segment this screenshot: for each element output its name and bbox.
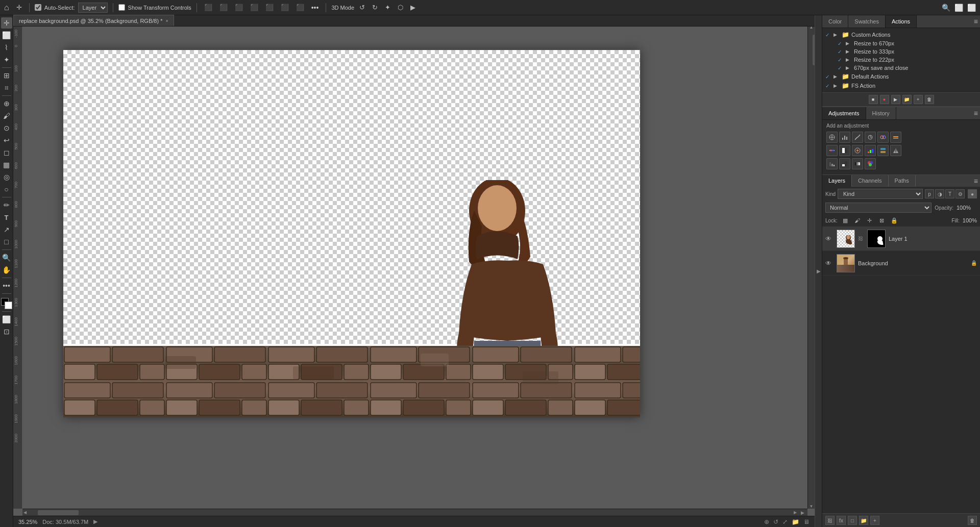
layer-visibility-1[interactable]: 👁 (825, 235, 834, 242)
layer-visibility-bg[interactable]: 👁 (825, 260, 834, 267)
filter-type-btn[interactable]: T (945, 189, 954, 198)
scroll-thumb-v[interactable] (813, 35, 815, 65)
align-top-icon[interactable]: ⬛ (248, 3, 260, 12)
auto-select-checkbox[interactable] (35, 4, 41, 11)
selective-color-btn[interactable] (865, 158, 876, 169)
lock-transparent-btn[interactable]: ▦ (841, 216, 850, 225)
play-btn[interactable]: ▶ (891, 95, 900, 104)
show-transform-checkbox[interactable] (118, 4, 125, 11)
brush-tool[interactable]: 🖌 (1, 110, 12, 121)
gradient-map-btn[interactable] (852, 158, 863, 169)
status-icon4[interactable]: 📁 (792, 518, 799, 525)
select-tool[interactable]: ⬜ (1, 30, 12, 41)
right-collapse-btn[interactable]: ▶ (815, 15, 822, 527)
delete-btn[interactable]: 🗑 (925, 95, 934, 104)
tab-actions[interactable]: Actions (886, 15, 917, 28)
heal-tool[interactable]: ⊕ (1, 98, 12, 109)
filter-adj-btn[interactable]: ◑ (935, 189, 944, 198)
more-tools-icon[interactable]: ••• (1, 280, 12, 291)
lock-image-btn[interactable]: 🖌 (853, 216, 862, 225)
action-row-fs[interactable]: ✓ ▶ 📁 FS Action (822, 81, 980, 90)
path-select-tool[interactable]: ↗ (1, 224, 12, 235)
fill-value[interactable]: 100% (963, 217, 977, 223)
vibrance-btn[interactable] (877, 132, 889, 143)
scroll-right-btn[interactable]: ▶ (793, 510, 798, 515)
tab-paths[interactable]: Paths (889, 175, 916, 187)
tab-channels[interactable]: Channels (852, 175, 888, 187)
quick-mask-icon[interactable]: ⬜ (1, 314, 12, 325)
scroll-left-btn[interactable]: ◀ (22, 510, 28, 515)
threshold-btn[interactable] (839, 158, 850, 169)
arrange-icon[interactable]: ⬜ (954, 4, 963, 12)
history-tool[interactable]: ↩ (1, 135, 12, 146)
gradient-tool[interactable]: ▦ (1, 159, 12, 170)
distribute-icon[interactable]: ⬛ (294, 3, 306, 12)
doc-tab-close[interactable]: × (165, 18, 168, 23)
screen-mode-icon[interactable]: ⊡ (1, 326, 12, 337)
align-left-icon[interactable]: ⬛ (202, 3, 214, 12)
color-balance-btn[interactable] (826, 145, 838, 156)
hsl-btn[interactable] (890, 132, 901, 143)
tab-adjustments[interactable]: Adjustments (822, 107, 866, 119)
levels-btn[interactable] (839, 132, 850, 143)
record-btn[interactable]: ● (880, 95, 889, 104)
status-icon2[interactable]: ↺ (773, 518, 778, 525)
stop-btn[interactable]: ■ (869, 95, 878, 104)
blend-mode-select[interactable]: Normal (825, 203, 932, 213)
status-arrow[interactable]: ▶ (93, 518, 97, 525)
eyedropper-tool[interactable]: ⌗ (1, 82, 12, 93)
lock-all-btn[interactable]: 🔒 (890, 216, 899, 225)
tab-history[interactable]: History (866, 107, 896, 119)
action-row-670[interactable]: ✓ ▶ Resize to 670px (822, 39, 980, 47)
vertical-scrollbar[interactable]: ▲ ▼ (807, 24, 815, 509)
layers-options-icon[interactable]: ≡ (974, 177, 978, 185)
status-icon1[interactable]: ⊕ (764, 518, 769, 525)
filter-smart-btn[interactable]: ⚙ (955, 189, 965, 198)
tab-swatches[interactable]: Swatches (848, 15, 886, 28)
move-tool-icon[interactable]: ✛ (14, 3, 24, 12)
delete-layer-btn[interactable]: 🗑 (968, 516, 977, 525)
lasso-tool[interactable]: ⌇ (1, 42, 12, 53)
photo-filter-btn[interactable] (852, 145, 863, 156)
layer-item-background[interactable]: 👁 Background 🔒 (822, 251, 980, 275)
align-center-icon[interactable]: ⬛ (217, 3, 230, 12)
create-action-btn[interactable]: + (914, 95, 923, 104)
layer-item-1[interactable]: 👁 ⛓ (822, 227, 980, 251)
layer-kind-select[interactable]: Kind (838, 189, 923, 199)
lock-position-btn[interactable]: ✛ (865, 216, 874, 225)
color-swatches[interactable] (1, 298, 12, 309)
blur-tool[interactable]: ◎ (1, 171, 12, 183)
panel-options-icon[interactable]: ≡ (974, 17, 978, 26)
posterize-btn[interactable] (826, 158, 838, 169)
add-mask-btn[interactable]: □ (848, 516, 857, 525)
canvas-arrow[interactable]: ▶ (798, 510, 807, 515)
exposure-btn[interactable] (865, 132, 876, 143)
scroll-down-btn[interactable]: ▼ (809, 504, 814, 509)
more-options[interactable]: ••• (309, 4, 321, 12)
status-icon5[interactable]: 🖥 (803, 518, 810, 525)
new-group-btn[interactable]: 📁 (859, 516, 868, 525)
adj-options-icon[interactable]: ≡ (974, 109, 978, 117)
bw-btn[interactable] (839, 145, 850, 156)
stamp-tool[interactable]: ⊙ (1, 122, 12, 134)
rotate-icon[interactable]: ↺ (357, 3, 367, 12)
auto-select-dropdown[interactable]: Layer (78, 3, 108, 13)
action-row-670save[interactable]: ✓ ▶ 670px save and close (822, 64, 980, 72)
new-layer-btn[interactable]: + (870, 516, 879, 525)
filter-pixel-btn[interactable]: p (925, 189, 934, 198)
opacity-value[interactable]: 100% (957, 205, 977, 211)
scroll-thumb-h[interactable] (38, 510, 79, 515)
lock-artboard-btn[interactable]: ⊠ (877, 216, 887, 225)
video-icon[interactable]: ▶ (408, 3, 418, 12)
invert-btn[interactable] (890, 145, 901, 156)
action-row-333[interactable]: ✓ ▶ Resize to 333px (822, 47, 980, 56)
align-bottom-icon[interactable]: ⬛ (279, 3, 291, 12)
document-tab[interactable]: replace background.psd @ 35.2% (Backgrou… (13, 15, 174, 26)
crop-tool[interactable]: ⊞ (1, 70, 12, 81)
shape-tool[interactable]: □ (1, 236, 12, 247)
align-right-icon[interactable]: ⬛ (233, 3, 245, 12)
dodge-tool[interactable]: ○ (1, 184, 12, 195)
eraser-tool[interactable]: ◻ (1, 147, 12, 158)
tab-color[interactable]: Color (822, 15, 848, 28)
zoom-tool[interactable]: 🔍 (1, 252, 12, 263)
